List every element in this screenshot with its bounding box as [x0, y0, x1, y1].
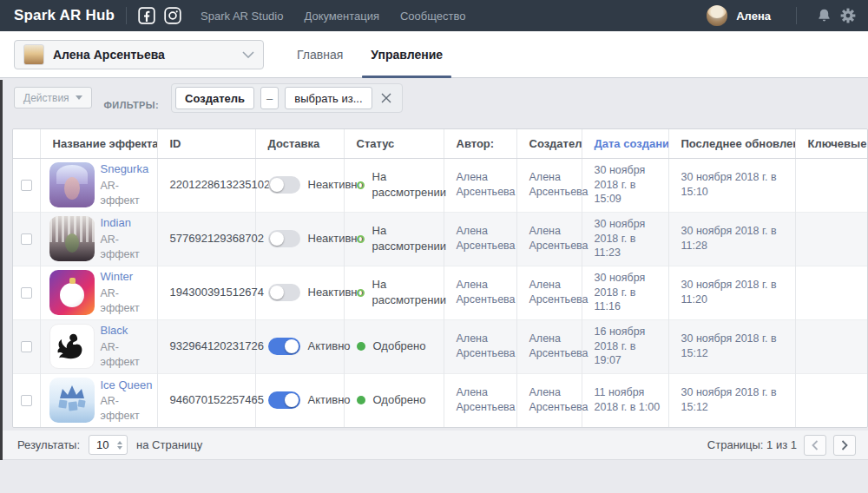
actions-button-label: Действия [23, 92, 69, 104]
row-checkbox[interactable] [21, 233, 32, 245]
status-dot [357, 342, 365, 351]
status-label: Одобрено [373, 392, 426, 408]
bell-icon[interactable] [817, 8, 832, 23]
created-cell: 16 ноября 2018 г. в 19:07 [582, 319, 668, 373]
effect-id: 946070152257465 [157, 373, 255, 427]
filter-chip-group: Создатель – выбрать из... [171, 83, 402, 113]
topbar: Spark AR Hub Spark AR Studio Документаци… [0, 0, 868, 31]
tabs: Главная Управление [283, 31, 457, 78]
effect-type: AR-эффект [101, 233, 154, 262]
table-header-row: Название эффекта ID Доставка Статус Авто… [13, 129, 868, 158]
per-page-control [89, 435, 128, 455]
updated-cell: 30 ноября 2018 г. в 15:10 [668, 158, 795, 212]
instagram-icon[interactable] [164, 7, 181, 24]
effect-id: 2201228613235102 [157, 158, 255, 212]
row-checkbox[interactable] [21, 395, 32, 406]
status-dot [357, 396, 365, 404]
row-checkbox[interactable] [21, 180, 32, 191]
header-id[interactable]: ID [157, 129, 255, 158]
nav-spark-ar-studio[interactable]: Spark AR Studio [201, 10, 283, 23]
nav-community[interactable]: Сообщество [400, 10, 466, 23]
creator-cell: Алена Арсентьева [516, 212, 582, 266]
header-creator[interactable]: Создатель [516, 129, 582, 158]
app-title: Spark AR Hub [14, 7, 115, 24]
creator-cell: Алена Арсентьева [516, 158, 582, 212]
author-cell: Алена Арсентьева [444, 158, 516, 212]
keywords-cell [795, 319, 868, 373]
effects-table-card: Название эффекта ID Доставка Статус Авто… [12, 128, 868, 428]
created-cell: 30 ноября 2018 г. в 11:23 [582, 212, 668, 266]
creator-cell: Алена Арсентьева [516, 319, 582, 373]
keywords-cell [795, 373, 868, 427]
author-cell: Алена Арсентьева [444, 373, 516, 427]
filter-operator-chip[interactable]: – [260, 87, 279, 109]
nav-documentation[interactable]: Документация [304, 10, 379, 23]
effect-name-link[interactable]: Indian [101, 215, 154, 231]
effect-name-link[interactable]: Ice Queen [101, 378, 154, 393]
row-checkbox[interactable] [21, 341, 32, 352]
author-cell: Алена Арсентьева [444, 212, 516, 266]
delivery-label: Активно [308, 339, 351, 354]
status-label: Одобрено [373, 339, 426, 354]
status-label: На рассмотрении [372, 169, 446, 200]
effect-type: AR-эффект [101, 179, 154, 208]
header-status[interactable]: Статус [344, 129, 444, 158]
effects-table: Название эффекта ID Доставка Статус Авто… [13, 129, 868, 427]
filterbar: Действия ФИЛЬТРЫ: Создатель – выбрать из… [0, 78, 868, 128]
delivery-toggle[interactable] [268, 230, 300, 247]
delivery-toggle[interactable] [268, 284, 300, 301]
table-row: Ice Queen AR-эффект 946070152257465 Акти… [13, 373, 868, 427]
owner-name: Алена Арсентьева [53, 48, 233, 62]
author-cell: Алена Арсентьева [444, 319, 516, 373]
facebook-icon[interactable] [138, 7, 155, 24]
tab-manage[interactable]: Управление [357, 31, 457, 78]
creator-cell: Алена Арсентьева [516, 373, 582, 427]
created-cell: 30 ноября 2018 г. в 15:09 [582, 158, 668, 212]
header-keywords[interactable]: Ключевые слова [795, 129, 868, 158]
tab-home[interactable]: Главная [283, 31, 357, 78]
topbar-divider [126, 7, 127, 24]
updated-cell: 30 ноября 2018 г. в 15:12 [668, 319, 795, 373]
table-row: Snegurka AR-эффект 2201228613235102 Неак… [13, 158, 868, 212]
delivery-toggle[interactable] [268, 176, 300, 194]
filters-label: ФИЛЬТРЫ: [104, 100, 160, 110]
delivery-label: Активно [308, 392, 351, 408]
results-label: Результаты: [17, 438, 80, 451]
delivery-label: Неактивно [308, 231, 364, 246]
row-checkbox[interactable] [21, 287, 32, 299]
status-dot [357, 181, 365, 189]
caret-down-icon [76, 95, 82, 100]
actions-button[interactable]: Действия [14, 87, 92, 108]
effect-thumbnail [49, 270, 95, 315]
header-effect-name[interactable]: Название эффекта [40, 129, 157, 158]
delivery-toggle[interactable] [268, 391, 300, 409]
header-author[interactable]: Автор: [444, 129, 516, 158]
filter-field-chip[interactable]: Создатель [175, 87, 254, 109]
subheader: Алена Арсентьева Главная Управление [0, 31, 868, 78]
effect-id: 577692129368702 [157, 212, 255, 266]
next-page-button[interactable] [833, 435, 856, 456]
prev-page-button[interactable] [804, 435, 826, 456]
effect-name-link[interactable]: Black [101, 323, 154, 339]
header-last-update[interactable]: Последнее обновление [668, 129, 795, 158]
gear-icon[interactable] [840, 8, 856, 23]
owner-selector[interactable]: Алена Арсентьева [14, 40, 264, 69]
filter-value-chip[interactable]: выбрать из... [285, 87, 372, 109]
header-created-date[interactable]: Дата создания [582, 129, 668, 158]
effect-id: 194300391512674 [157, 266, 255, 319]
user-name[interactable]: Алена [736, 10, 771, 23]
delivery-toggle[interactable] [268, 338, 300, 355]
effect-name-link[interactable]: Winter [101, 269, 154, 285]
updated-cell: 30 ноября 2018 г. в 11:20 [668, 266, 795, 319]
pages-label: Страницы: 1 из 1 [707, 438, 797, 451]
table-row: Indian AR-эффект 577692129368702 Неактив… [13, 212, 868, 266]
per-page-stepper[interactable] [117, 441, 122, 450]
status-dot [357, 235, 365, 243]
user-avatar[interactable] [707, 5, 727, 26]
effect-name-link[interactable]: Snegurka [101, 161, 154, 177]
header-checkbox-column [13, 129, 40, 158]
clear-filter-icon[interactable] [378, 90, 394, 106]
per-page-input[interactable] [96, 438, 112, 451]
header-delivery[interactable]: Доставка [255, 129, 344, 158]
updated-cell: 30 ноября 2018 г. в 15:12 [668, 373, 795, 427]
